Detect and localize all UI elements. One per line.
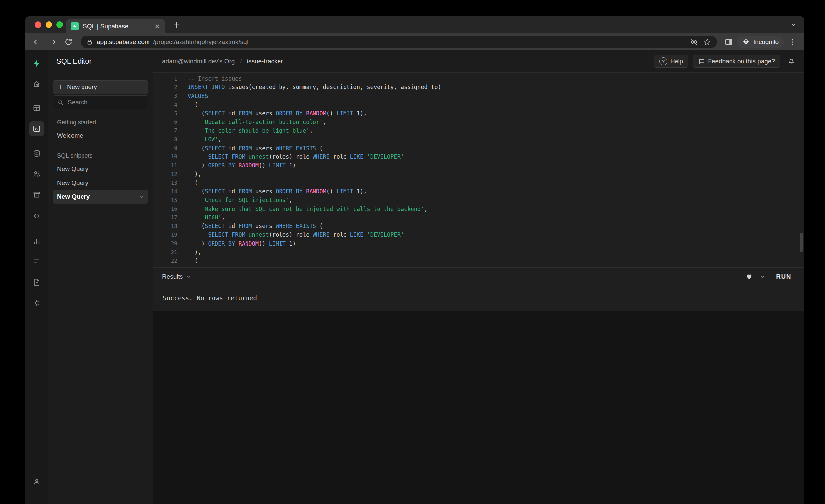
account-icon[interactable] xyxy=(29,474,44,489)
chevron-down-icon xyxy=(186,274,192,279)
line-number: 14 xyxy=(153,189,177,195)
browser-menu-icon[interactable] xyxy=(789,38,797,46)
sidebar-item-welcome[interactable]: Welcome xyxy=(53,129,148,143)
storage-icon[interactable] xyxy=(29,188,44,202)
notifications-bell-icon[interactable] xyxy=(788,57,795,65)
line-number: 12 xyxy=(153,171,177,177)
new-tab-button[interactable]: + xyxy=(173,18,180,31)
run-button[interactable]: RUN xyxy=(772,271,795,282)
browser-tab[interactable]: SQL | Supabase × xyxy=(66,19,165,33)
code-line: 21 ), xyxy=(153,248,804,257)
sidebar-item-new-query[interactable]: New Query xyxy=(53,162,148,176)
sidebar-item-label: Welcome xyxy=(57,132,83,139)
line-number: 13 xyxy=(153,179,177,186)
code-text: SELECT FROM unnest(roles) role WHERE rol… xyxy=(177,231,404,238)
breadcrumb-org[interactable]: adam@windmill.dev's Org xyxy=(162,58,235,65)
sidebar-item-new-query[interactable]: New Query xyxy=(53,190,148,204)
code-line: 11 ) ORDER BY RANDOM() LIMIT 1) xyxy=(153,161,804,170)
line-number: 18 xyxy=(153,223,177,229)
code-line: 19 SELECT FROM unnest(roles) role WHERE … xyxy=(153,230,804,239)
close-tab-icon[interactable]: × xyxy=(154,22,160,31)
code-line: 20 ) ORDER BY RANDOM() LIMIT 1) xyxy=(153,239,804,248)
favorite-heart-icon[interactable] xyxy=(745,273,753,280)
code-text: 'Update call-to-action button color', xyxy=(177,119,326,126)
code-line: 2INSERT INTO issues(created_by, summary,… xyxy=(153,83,804,91)
code-text: ( xyxy=(177,179,198,186)
database-icon[interactable] xyxy=(29,146,44,161)
feedback-label: Feedback on this page? xyxy=(708,58,775,65)
code-line: 7 'The color should be light blue', xyxy=(153,126,804,135)
code-line: 6 'Update call-to-action button color', xyxy=(153,118,804,126)
code-line: 18 (SELECT id FROM users WHERE EXISTS ( xyxy=(153,222,804,230)
url-path: /project/azahtnhqohyjerzaxtmk/sql xyxy=(153,38,248,46)
code-text: ) ORDER BY RANDOM() LIMIT 1) xyxy=(177,162,296,169)
docs-icon[interactable] xyxy=(29,275,44,289)
line-number: 15 xyxy=(153,197,177,203)
address-bar[interactable]: app.supabase.com/project/azahtnhqohyjerz… xyxy=(80,35,717,48)
code-text: ) ORDER BY RANDOM() LIMIT 1) xyxy=(177,240,296,247)
code-text: 'Make sure that SQL can not be injected … xyxy=(177,206,428,212)
code-line: 13 ( xyxy=(153,178,804,187)
supabase-logo-icon[interactable] xyxy=(29,56,44,71)
back-button[interactable] xyxy=(30,36,44,48)
sidebar-item-label: New Query xyxy=(57,179,88,187)
code-text: ( xyxy=(177,258,198,264)
results-dropdown[interactable]: Results xyxy=(162,273,192,280)
help-button[interactable]: ? Help xyxy=(654,55,688,68)
incognito-icon xyxy=(742,38,750,46)
browser-toolbar: app.supabase.com/project/azahtnhqohyjerz… xyxy=(25,33,804,50)
help-label: Help xyxy=(670,58,683,65)
maximize-window-button[interactable] xyxy=(57,21,63,28)
chevron-down-icon xyxy=(138,194,144,200)
supabase-app: SQL Editor New query Getting startedWelc… xyxy=(25,50,804,504)
search-box[interactable] xyxy=(53,95,148,109)
api-code-icon[interactable] xyxy=(29,209,44,223)
code-line: 14 (SELECT id FROM users ORDER BY RANDOM… xyxy=(153,187,804,196)
reload-button[interactable] xyxy=(62,36,75,47)
line-number: 21 xyxy=(153,249,177,256)
logs-list-icon[interactable] xyxy=(29,254,44,268)
home-icon[interactable] xyxy=(29,77,44,91)
auth-users-icon[interactable] xyxy=(29,167,44,181)
settings-gear-icon[interactable] xyxy=(29,296,44,310)
main-panel: adam@windmill.dev's Org / issue-tracker … xyxy=(153,50,804,504)
breadcrumb-project[interactable]: issue-tracker xyxy=(247,58,283,65)
line-number: 10 xyxy=(153,153,177,160)
close-window-button[interactable] xyxy=(34,21,41,28)
feedback-button[interactable]: Feedback on this page? xyxy=(693,55,780,68)
sql-code-editor[interactable]: 1-- Insert issues2INSERT INTO issues(cre… xyxy=(153,73,804,267)
code-text: (SELECT id FROM users ORDER BY RANDOM() … xyxy=(177,266,367,267)
code-text: (SELECT id FROM users WHERE EXISTS ( xyxy=(177,223,323,229)
code-text: SELECT FROM unnest(roles) role WHERE rol… xyxy=(177,153,404,160)
incognito-badge: Incognito xyxy=(737,35,784,48)
minimize-window-button[interactable] xyxy=(46,21,52,28)
side-panel-icon[interactable] xyxy=(724,38,733,46)
sql-editor-icon[interactable] xyxy=(29,122,44,136)
line-number: 5 xyxy=(153,110,177,117)
code-text: 'HIGH', xyxy=(177,214,225,221)
sidebar-item-new-query[interactable]: New Query xyxy=(53,176,148,190)
editor-scrollbar-thumb[interactable] xyxy=(800,233,803,252)
code-line: 16 'Make sure that SQL can not be inject… xyxy=(153,204,804,213)
code-text: (SELECT id FROM users ORDER BY RANDOM() … xyxy=(177,110,367,117)
window-controls xyxy=(34,21,63,28)
table-editor-icon[interactable] xyxy=(29,101,44,115)
line-number: 19 xyxy=(153,232,177,238)
code-line: 8 'LOW', xyxy=(153,135,804,144)
forward-button[interactable] xyxy=(46,36,60,48)
sql-editor-sidebar: SQL Editor New query Getting startedWelc… xyxy=(48,50,153,504)
line-number: 4 xyxy=(153,102,177,108)
tab-strip: SQL | Supabase × + xyxy=(25,16,804,33)
plus-icon xyxy=(58,84,64,90)
run-options-chevron-icon[interactable] xyxy=(760,274,766,280)
results-output: Success. No rows returned xyxy=(153,286,804,311)
search-input[interactable] xyxy=(67,98,144,106)
eye-off-icon[interactable] xyxy=(690,38,698,46)
line-number: 17 xyxy=(153,214,177,220)
code-text: ), xyxy=(177,171,201,177)
bookmark-star-icon[interactable] xyxy=(703,38,711,46)
reports-chart-icon[interactable] xyxy=(29,234,44,248)
tab-search-chevron-icon[interactable] xyxy=(790,21,797,28)
code-line: 17 'HIGH', xyxy=(153,213,804,222)
new-query-button[interactable]: New query xyxy=(53,80,148,94)
